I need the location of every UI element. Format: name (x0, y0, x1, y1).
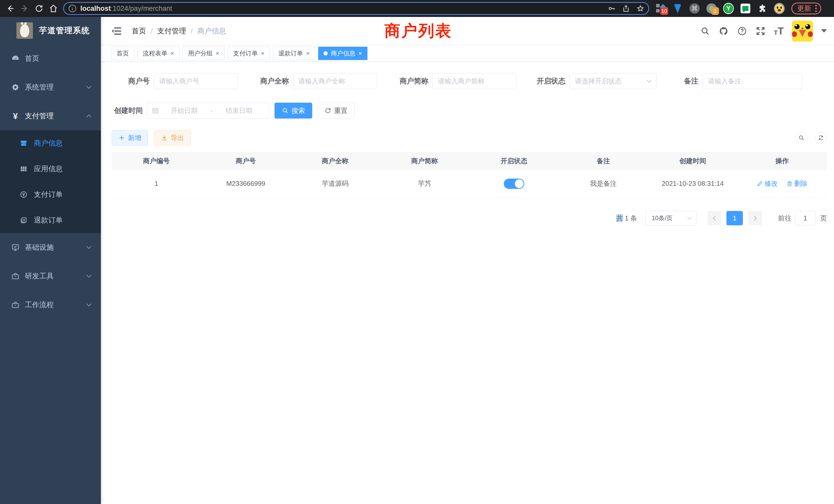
font-size-icon[interactable]: TT (774, 26, 784, 36)
yen-icon: ¥ (11, 111, 20, 121)
tab-refund-order[interactable]: 退款订单 × (273, 47, 315, 60)
breadcrumb-payment[interactable]: 支付管理 (157, 26, 186, 36)
sidebar-item-home[interactable]: 首页 (0, 44, 101, 73)
extension-grid-badge: 10 (660, 7, 668, 15)
sidebar-fold-icon[interactable] (111, 26, 123, 36)
sidebar-item-refund-order[interactable]: 退款订单 (0, 207, 101, 233)
total-count: 共 1 条 (616, 214, 637, 223)
sidebar-logo[interactable]: 芋道管理系统 (0, 17, 101, 44)
page-number-1[interactable]: 1 (726, 211, 743, 225)
reset-button[interactable]: 重置 (317, 102, 355, 118)
site-info-icon[interactable] (68, 4, 77, 13)
refresh-table-button[interactable] (815, 132, 827, 144)
breadcrumb-home[interactable]: 首页 (132, 26, 146, 36)
tab-user-group[interactable]: 用户分组 × (182, 47, 225, 60)
extension-grid-icon[interactable]: 10 (655, 3, 666, 14)
prev-page-button[interactable] (708, 211, 721, 225)
browser-update-button[interactable]: 更新 (791, 3, 821, 14)
breadcrumb-current: 商户信息 (197, 26, 226, 36)
column-header: 创建时间 (648, 153, 738, 169)
chevron-left-icon (712, 215, 716, 221)
edit-link[interactable]: 修改 (757, 179, 778, 188)
extension-y-icon[interactable]: Y (723, 3, 734, 14)
url-bar[interactable]: localhost:1024/pay/merchant (63, 2, 649, 15)
tab-merchant-info[interactable]: 商户信息 × (318, 47, 368, 60)
tab-close-icon[interactable]: × (358, 50, 362, 56)
delete-link[interactable]: 删除 (787, 179, 808, 188)
sidebar-item-label: 退款订单 (34, 215, 63, 225)
status-select[interactable]: 请选择开启状态 (570, 73, 657, 89)
end-date-input[interactable] (214, 107, 264, 115)
goto-page-input[interactable] (795, 211, 815, 225)
tab-close-icon[interactable]: × (306, 50, 310, 56)
avatar-caret-icon[interactable] (821, 29, 827, 32)
browser-forward-icon[interactable] (18, 1, 32, 16)
remark-input[interactable] (703, 73, 802, 89)
search-button[interactable]: 搜索 (275, 102, 312, 118)
url-host: localhost (80, 5, 111, 12)
merchant-short-input[interactable] (433, 73, 517, 89)
toolbox-icon (11, 272, 20, 281)
annotation-merchant-list: 商户列表 (385, 20, 452, 42)
tab-home[interactable]: 首页 (111, 47, 134, 60)
edit-label: 修改 (764, 179, 778, 188)
calendar-icon (152, 107, 159, 114)
sidebar-item-merchant-info[interactable]: 商户信息 (0, 130, 101, 156)
extension-command-icon[interactable]: ⌘ (689, 3, 700, 14)
merchant-no-input[interactable] (154, 73, 238, 89)
update-label: 更新 (797, 4, 811, 13)
tab-close-icon[interactable]: × (171, 50, 174, 56)
select-caret-icon (646, 79, 652, 83)
tab-label: 用户分组 (188, 49, 213, 58)
github-icon[interactable] (719, 26, 729, 36)
tab-label: 流程表单 (143, 49, 168, 58)
browser-home-icon[interactable] (46, 1, 61, 16)
browser-back-icon[interactable] (3, 1, 18, 16)
password-key-icon[interactable] (608, 5, 615, 12)
status-toggle-on[interactable] (504, 179, 524, 189)
grid-icon (20, 165, 28, 173)
header-search-icon[interactable] (700, 26, 710, 36)
sidebar-item-system[interactable]: 系统管理 (0, 73, 101, 101)
user-avatar[interactable] (792, 21, 813, 42)
reset-button-label: 重置 (334, 106, 348, 115)
add-button[interactable]: 新增 (112, 130, 148, 145)
column-header: 商户号 (201, 153, 290, 169)
tab-close-icon[interactable]: × (261, 50, 264, 56)
profile-avatar-icon[interactable] (774, 3, 785, 14)
create-time-range-picker[interactable]: - (147, 102, 269, 118)
browser-menu-icon[interactable] (815, 5, 817, 12)
merchant-name-input[interactable] (293, 73, 377, 89)
dashboard-icon (11, 54, 20, 63)
sidebar-item-workflow[interactable]: 工作流程 (0, 291, 101, 319)
extension-kite-icon[interactable] (672, 3, 683, 14)
remark-label: 备注 (657, 76, 703, 86)
tab-close-icon[interactable]: × (216, 50, 219, 56)
tab-process-form[interactable]: 流程表单 × (137, 47, 179, 60)
sidebar-item-infrastructure[interactable]: 基础设施 (0, 233, 101, 262)
add-button-label: 新增 (128, 134, 141, 142)
cell-remark: 我是备注 (559, 179, 648, 188)
table-header-row: 商户编号 商户号 商户全称 商户简称 开启状态 备注 创建时间 操作 (112, 153, 827, 169)
tab-pay-order[interactable]: 支付订单 × (228, 47, 270, 60)
bookmark-star-icon[interactable] (637, 5, 644, 12)
show-search-toggle-button[interactable] (795, 132, 807, 144)
extensions-puzzle-icon[interactable] (757, 3, 768, 14)
chevron-down-icon (86, 86, 92, 89)
fullscreen-icon[interactable] (755, 26, 766, 36)
sidebar-item-payment[interactable]: ¥ 支付管理 (0, 101, 101, 130)
cell-short-name: 芋艿 (380, 179, 469, 188)
help-icon[interactable] (737, 26, 747, 36)
export-button[interactable]: 导出 (154, 130, 191, 145)
filter-row-2: 创建时间 - 搜索 重置 (112, 102, 827, 118)
start-date-input[interactable] (159, 107, 210, 115)
browser-reload-icon[interactable] (32, 1, 46, 16)
sidebar-item-pay-order[interactable]: 支付订单 (0, 182, 101, 207)
page-size-select[interactable]: 10条/页 (645, 211, 697, 226)
share-icon[interactable] (622, 5, 630, 12)
extension-recorder-icon[interactable]: 1 (706, 3, 717, 14)
next-page-button[interactable] (748, 211, 762, 225)
sidebar-item-dev-tools[interactable]: 研发工具 (0, 262, 101, 291)
extension-chat-icon[interactable] (740, 3, 751, 14)
sidebar-item-app-info[interactable]: 应用信息 (0, 156, 101, 182)
